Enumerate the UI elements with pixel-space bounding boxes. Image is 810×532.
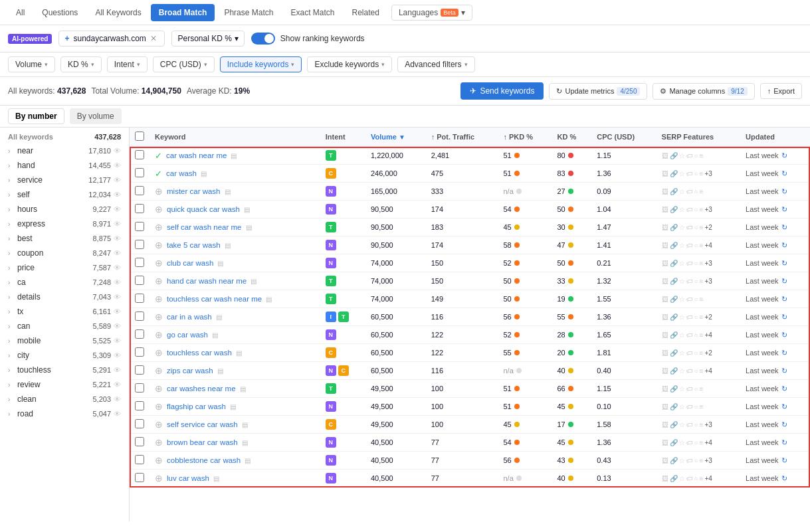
keyword-add-icon[interactable]: ⊕ (155, 329, 163, 340)
refresh-icon[interactable]: ↻ (781, 367, 787, 375)
sidebar-item-details[interactable]: › details 7,043 👁 (0, 290, 129, 304)
row-checkbox[interactable] (135, 150, 144, 159)
serp-screenshot-icon[interactable]: 🖼 (662, 385, 668, 393)
keyword-link[interactable]: cobblestone car wash (167, 456, 241, 464)
serp-link-icon[interactable]: 🔗 (670, 475, 678, 482)
refresh-icon[interactable]: ↻ (781, 456, 787, 465)
row-checkbox[interactable] (135, 204, 144, 213)
bookmark-icon[interactable]: ▤ (245, 457, 251, 464)
bookmark-icon[interactable]: ▤ (240, 385, 246, 393)
serp-circle-icon[interactable]: ○ (694, 331, 698, 339)
serp-circle-icon[interactable]: ○ (694, 439, 698, 446)
serp-doc-icon[interactable]: ≡ (700, 242, 704, 249)
serp-doc-icon[interactable]: ≡ (700, 457, 704, 464)
row-checkbox[interactable] (135, 329, 144, 339)
serp-doc-icon[interactable]: ≡ (700, 403, 704, 410)
row-checkbox[interactable] (135, 473, 144, 482)
serp-link-icon[interactable]: 🔗 (670, 349, 678, 357)
serp-screenshot-icon[interactable]: 🖼 (662, 296, 668, 303)
serp-screenshot-icon[interactable]: 🖼 (662, 439, 668, 446)
row-checkbox[interactable] (135, 186, 144, 195)
serp-star-icon[interactable]: ☆ (679, 296, 685, 303)
bookmark-icon[interactable]: ▤ (246, 224, 252, 231)
sidebar-item-price[interactable]: › price 7,587 👁 (0, 260, 129, 275)
serp-doc-icon[interactable]: ≡ (700, 421, 704, 428)
row-checkbox-cell[interactable] (130, 416, 150, 434)
export-button[interactable]: ↑ Export (760, 83, 802, 99)
keyword-link[interactable]: self car wash near me (167, 223, 242, 231)
row-checkbox-cell[interactable] (130, 236, 150, 254)
serp-doc-icon[interactable]: ≡ (700, 260, 704, 267)
serp-star-icon[interactable]: ☆ (679, 367, 685, 375)
keyword-add-icon[interactable]: ⊕ (155, 437, 163, 448)
row-checkbox-cell[interactable] (130, 219, 150, 236)
serp-star-icon[interactable]: ☆ (679, 278, 685, 285)
keyword-add-icon[interactable]: ⊕ (155, 258, 163, 268)
serp-circle-icon[interactable]: ○ (694, 152, 698, 159)
keyword-add-icon[interactable]: ⊕ (155, 240, 163, 250)
serp-link-icon[interactable]: 🔗 (670, 367, 678, 375)
serp-star-icon[interactable]: ☆ (679, 313, 685, 321)
keyword-link[interactable]: flagship car wash (167, 402, 226, 410)
serp-screenshot-icon[interactable]: 🖼 (662, 188, 668, 195)
serp-star-icon[interactable]: ☆ (679, 152, 685, 159)
volume-filter[interactable]: Volume ▾ (8, 56, 55, 72)
tab-all[interactable]: All (8, 4, 33, 21)
show-ranking-toggle[interactable] (251, 33, 275, 44)
serp-screenshot-icon[interactable]: 🖼 (662, 313, 668, 321)
eye-icon[interactable]: 👁 (114, 278, 121, 286)
serp-doc-icon[interactable]: ≡ (700, 188, 704, 195)
cpc-filter[interactable]: CPC (USD) ▾ (153, 56, 215, 72)
eye-icon[interactable]: 👁 (114, 322, 121, 330)
serp-link-icon[interactable]: 🔗 (670, 439, 678, 446)
select-all-header[interactable] (130, 128, 150, 147)
serp-link-icon[interactable]: 🔗 (670, 206, 678, 213)
refresh-icon[interactable]: ↻ (781, 169, 787, 178)
row-checkbox-cell[interactable] (130, 452, 150, 470)
select-all-checkbox[interactable] (135, 132, 144, 141)
serp-link-icon[interactable]: 🔗 (670, 331, 678, 339)
eye-icon[interactable]: 👁 (114, 191, 121, 199)
serp-doc-icon[interactable]: ≡ (700, 475, 704, 482)
cpc-column-header[interactable]: CPC (USD) (591, 128, 656, 147)
serp-doc-icon[interactable]: ≡ (700, 224, 704, 231)
serp-link-icon[interactable]: 🔗 (670, 278, 678, 285)
bookmark-icon[interactable]: ▤ (242, 421, 248, 428)
serp-circle-icon[interactable]: ○ (694, 242, 698, 249)
row-checkbox-cell[interactable] (130, 326, 150, 344)
bookmark-icon[interactable]: ▤ (266, 296, 272, 303)
keyword-add-icon[interactable]: ⊕ (155, 294, 163, 304)
serp-circle-icon[interactable]: ○ (694, 170, 698, 177)
row-checkbox-cell[interactable] (130, 470, 150, 488)
serp-tag-icon[interactable]: 🏷 (686, 349, 693, 357)
serp-circle-icon[interactable]: ○ (694, 188, 698, 195)
keyword-link[interactable]: mister car wash (167, 187, 221, 195)
serp-circle-icon[interactable]: ○ (694, 367, 698, 375)
serp-link-icon[interactable]: 🔗 (670, 188, 678, 195)
keyword-link[interactable]: self service car wash (167, 420, 238, 428)
tab-related[interactable]: Related (344, 4, 387, 21)
bookmark-icon[interactable]: ▤ (216, 313, 222, 321)
eye-icon[interactable]: 👁 (114, 161, 121, 169)
serp-link-icon[interactable]: 🔗 (670, 152, 678, 159)
refresh-icon[interactable]: ↻ (781, 349, 787, 357)
domain-input[interactable]: + sundaycarwash.com ✕ (58, 31, 165, 46)
serp-tag-icon[interactable]: 🏷 (686, 367, 693, 375)
keyword-add-icon[interactable]: ⊕ (155, 347, 163, 358)
serp-doc-icon[interactable]: ≡ (700, 206, 704, 213)
sidebar-item-clean[interactable]: › clean 5,203 👁 (0, 392, 129, 406)
serp-circle-icon[interactable]: ○ (694, 260, 698, 267)
serp-star-icon[interactable]: ☆ (679, 206, 685, 213)
serp-tag-icon[interactable]: 🏷 (686, 439, 693, 446)
keyword-link[interactable]: car washes near me (167, 385, 236, 393)
eye-icon[interactable]: 👁 (114, 264, 121, 272)
bookmark-icon[interactable]: ▤ (230, 403, 236, 410)
row-checkbox-cell[interactable] (130, 147, 150, 165)
keyword-add-icon[interactable]: ⊕ (155, 276, 163, 286)
refresh-icon[interactable]: ↻ (781, 331, 787, 339)
serp-tag-icon[interactable]: 🏷 (686, 331, 693, 339)
row-checkbox[interactable] (135, 276, 144, 285)
bookmark-icon[interactable]: ▤ (217, 367, 223, 375)
serp-tag-icon[interactable]: 🏷 (686, 278, 693, 285)
tab-broad-match[interactable]: Broad Match (151, 4, 215, 21)
